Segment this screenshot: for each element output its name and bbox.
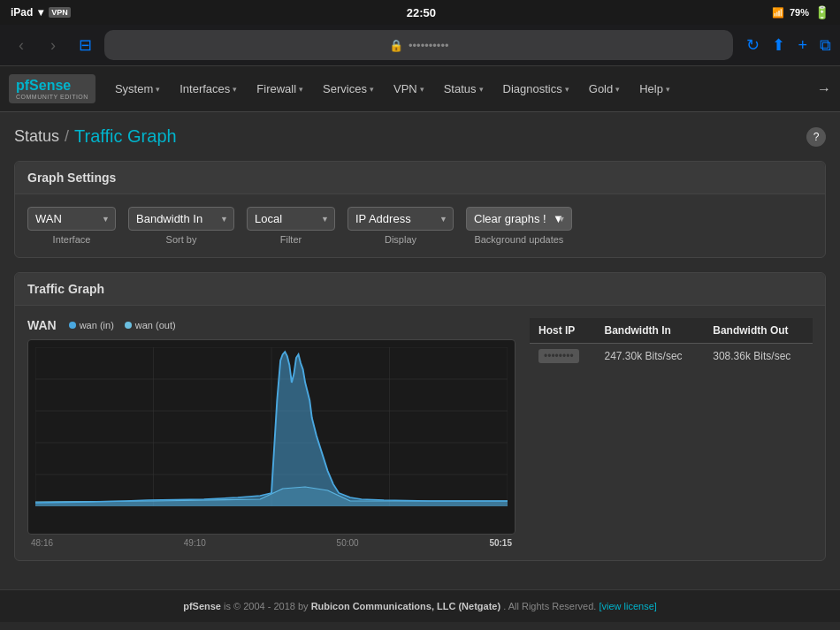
graph-svg-wrapper: 25M 20M 15M 10M 5.0M 0.0 (27, 339, 515, 535)
nav-help[interactable]: Help ▾ (630, 77, 679, 101)
statusbar-left: iPad ▾ VPN (11, 6, 71, 19)
legend-dot-out (125, 322, 132, 329)
display-label: Display (385, 234, 416, 245)
nav-firewall[interactable]: Firewall ▾ (248, 77, 312, 101)
sortby-label: Sort by (166, 234, 197, 245)
pfsense-logo: pfSense COMMUNITY EDITION (9, 74, 95, 103)
services-caret: ▾ (370, 85, 374, 94)
nav-system[interactable]: System ▾ (106, 77, 169, 101)
clear-graphs-button[interactable]: Clear graphs ! ▼ (466, 207, 572, 231)
sortby-setting: Bandwidth In Sort by (128, 207, 234, 245)
bandwidth-table: Host IP Bandwidth In Bandwidth Out •••••… (530, 318, 813, 368)
graph-settings-title: Graph Settings (15, 162, 825, 194)
time-label-2: 50:00 (337, 538, 359, 548)
clear-setting: Clear graphs ! ▼ Background updates (466, 207, 572, 245)
firewall-caret: ▾ (299, 85, 303, 94)
nav-diagnostics[interactable]: Diagnostics ▾ (494, 77, 578, 101)
interfaces-caret: ▾ (233, 85, 237, 94)
pfsense-navbar: pfSense COMMUNITY EDITION System ▾ Inter… (0, 66, 840, 112)
legend-out-label: wan (out) (135, 320, 176, 330)
graph-interface-name: WAN (27, 318, 57, 332)
host-ip-cell: •••••••• (530, 344, 596, 369)
col-bw-in: Bandwidth In (596, 318, 705, 344)
clear-graphs-label: Clear graphs ! (474, 212, 546, 225)
sortby-select[interactable]: Bandwidth In (128, 207, 234, 231)
status-caret: ▾ (479, 85, 484, 94)
help-button[interactable]: ? (806, 127, 826, 147)
breadcrumb-page: Traffic Graph (74, 126, 177, 147)
back-button[interactable]: ‹ (9, 36, 34, 55)
gold-caret: ▾ (615, 85, 620, 94)
nav-interfaces[interactable]: Interfaces ▾ (171, 77, 246, 101)
footer-text3: . All Rights Reserved. (503, 601, 599, 611)
interface-label: Interface (53, 234, 91, 245)
legend-wan-in: wan (in) (69, 320, 114, 330)
share-button[interactable]: ⬆ (772, 35, 785, 55)
bookmarks-button[interactable]: ⊟ (73, 35, 97, 55)
breadcrumb-status: Status (14, 127, 59, 146)
address-bar[interactable]: 🔒 •••••••••• (104, 30, 733, 60)
footer-text2: is © 2004 - 2018 by (224, 601, 311, 611)
traffic-graph-title: Traffic Graph (15, 273, 825, 306)
reload-button[interactable]: ↻ (740, 35, 765, 55)
graph-settings-body: WAN Interface Bandwidth In Sort by (15, 194, 825, 257)
footer-company: Rubicon Communications, LLC (Netgate) (311, 601, 501, 611)
vpn-caret: ▾ (420, 85, 424, 94)
view-license-link[interactable]: [view license] (599, 601, 656, 611)
main-content: Status / Traffic Graph ? Graph Settings … (0, 112, 840, 589)
interface-select-wrapper: WAN (27, 207, 116, 231)
ios-browser-bar: ‹ › ⊟ 🔒 •••••••••• ↻ ⬆ + ⧉ (0, 25, 840, 66)
display-setting: IP Address Display (347, 207, 454, 245)
time-label-3: 50:15 (489, 538, 512, 548)
table-row: •••••••• 247.30k Bits/sec 308.36k Bits/s… (530, 344, 813, 369)
filter-select[interactable]: Local (247, 207, 335, 231)
bw-out-value: 308.36k Bits/sec (704, 344, 813, 369)
nav-gold[interactable]: Gold ▾ (580, 77, 629, 101)
interface-setting: WAN Interface (27, 207, 116, 245)
wifi-icon: ▾ (38, 6, 43, 19)
tabs-button[interactable]: ⧉ (820, 36, 831, 55)
graph-area: WAN wan (in) wan (out) (27, 318, 515, 548)
time-label-0: 48:16 (31, 538, 53, 548)
footer: pfSense is © 2004 - 2018 by Rubicon Comm… (0, 589, 840, 622)
clear-sublabel: Background updates (474, 234, 563, 245)
clear-btn-wrapper: Clear graphs ! ▼ (466, 207, 572, 231)
lock-icon: 🔒 (389, 39, 403, 52)
vpn-badge: VPN (49, 7, 71, 18)
battery-level: 79% (790, 7, 809, 18)
filter-label: Filter (280, 234, 302, 245)
footer-brand: pfSense (183, 601, 221, 611)
traffic-graph-svg: 25M 20M 15M 10M 5.0M 0.0 (35, 347, 508, 506)
url-text: •••••••••• (409, 39, 449, 52)
logout-button[interactable]: → (817, 81, 831, 97)
traffic-graph-body: WAN wan (in) wan (out) (15, 306, 825, 560)
graph-title-row: WAN wan (in) wan (out) (27, 318, 515, 332)
traffic-graph-card: Traffic Graph WAN wan (in) (14, 272, 826, 561)
sortby-select-wrapper: Bandwidth In (128, 207, 234, 231)
graph-time-labels: 48:16 49:10 50:00 50:15 (27, 538, 515, 548)
statusbar-time: 22:50 (407, 6, 436, 19)
breadcrumb-separator: / (65, 127, 69, 146)
forward-button[interactable]: › (41, 36, 65, 55)
data-table: Host IP Bandwidth In Bandwidth Out •••••… (530, 318, 813, 548)
logo-text: pfSense (16, 78, 71, 94)
statusbar-right: 📶 79% 🔋 (772, 5, 829, 19)
graph-settings-card: Graph Settings WAN Interface Bandwidth I… (14, 161, 826, 258)
time-label-1: 49:10 (184, 538, 206, 548)
display-select[interactable]: IP Address (347, 207, 454, 231)
nav-vpn[interactable]: VPN ▾ (385, 77, 433, 101)
nav-services[interactable]: Services ▾ (314, 77, 383, 101)
legend-wan-out: wan (out) (125, 320, 176, 330)
device-label: iPad (11, 6, 33, 19)
logo-sub: COMMUNITY EDITION (16, 94, 88, 100)
logo-sense: Sense (29, 78, 71, 93)
battery-icon: 🔋 (814, 5, 829, 19)
nav-menu: System ▾ Interfaces ▾ Firewall ▾ Service… (106, 77, 817, 101)
system-caret: ▾ (156, 85, 160, 94)
footer-pfsense: pfSense (183, 601, 221, 611)
filter-setting: Local Filter (247, 207, 335, 245)
interface-select[interactable]: WAN (27, 207, 116, 231)
filter-select-wrapper: Local (247, 207, 335, 231)
nav-status[interactable]: Status ▾ (435, 77, 493, 101)
new-tab-button[interactable]: + (798, 36, 807, 55)
